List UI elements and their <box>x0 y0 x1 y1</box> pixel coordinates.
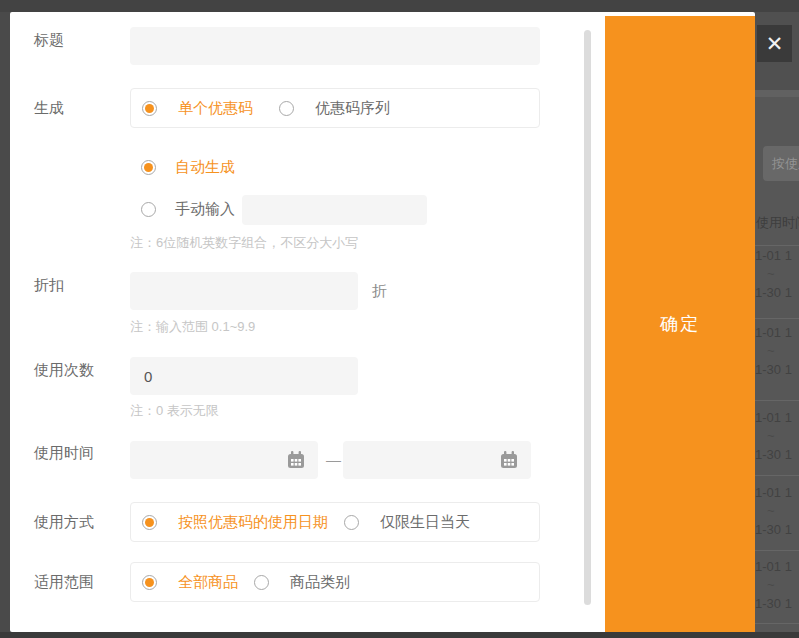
backdrop-top-strip <box>0 0 799 12</box>
radio-product-category-label[interactable]: 商品类别 <box>290 573 350 592</box>
title-label: 标题 <box>34 30 64 50</box>
radio-code-series[interactable] <box>279 101 294 116</box>
confirm-button[interactable]: 确定 <box>605 16 755 632</box>
end-date-input[interactable] <box>343 441 531 479</box>
table-row: 1-01 1 ~ 1-30 1 <box>755 246 799 302</box>
row-end-date: 1-30 1 <box>755 594 799 613</box>
radio-manual-input-label[interactable]: 手动输入 <box>175 200 235 219</box>
table-divider <box>755 623 799 624</box>
background-page-area: 按使用时间 使用时间 1-01 1 ~ 1-30 1 1-01 1 ~ 1-30… <box>755 12 799 632</box>
row-tilde: ~ <box>755 427 799 445</box>
row-tilde: ~ <box>755 342 799 360</box>
discount-suffix: 折 <box>372 281 387 301</box>
table-row: 1-01 1 ~ 1-30 1 <box>755 323 799 379</box>
backdrop-bottom-strip <box>0 632 799 638</box>
radio-single-code-label[interactable]: 单个优惠码 <box>178 99 253 118</box>
radio-manual-input[interactable] <box>141 202 156 217</box>
radio-code-series-label[interactable]: 优惠码序列 <box>315 99 390 118</box>
row-tilde: ~ <box>755 502 799 520</box>
background-filter-button[interactable]: 按使用时间 <box>763 146 799 181</box>
background-table-header: 使用时间 <box>756 214 799 232</box>
close-button[interactable]: ✕ <box>757 25 792 62</box>
usage-count-input[interactable] <box>130 357 358 395</box>
radio-birthday-only[interactable] <box>344 515 359 530</box>
radio-by-usage-date-label[interactable]: 按照优惠码的使用日期 <box>178 513 328 532</box>
title-input[interactable] <box>130 27 540 65</box>
usage-count-label: 使用次数 <box>34 360 94 380</box>
date-range-separator: — <box>324 450 343 470</box>
usage-method-radio-group: 按照优惠码的使用日期 仅限生日当天 <box>130 502 540 542</box>
radio-all-products-label[interactable]: 全部商品 <box>178 573 238 592</box>
coupon-dialog: 标题 生成 单个优惠码 优惠码序列 自动生成 手动输入 注：6位随机英数字组合，… <box>10 12 755 632</box>
discount-note: 注：输入范围 0.1~9.9 <box>130 318 255 336</box>
generate-radio-group: 单个优惠码 优惠码序列 <box>130 88 540 128</box>
radio-by-usage-date[interactable] <box>142 515 157 530</box>
row-tilde: ~ <box>755 576 799 594</box>
calendar-icon <box>499 450 519 470</box>
table-row: 1-01 1 ~ 1-30 1 <box>755 557 799 613</box>
row-start-date: 1-01 1 <box>755 323 799 342</box>
row-start-date: 1-01 1 <box>755 246 799 265</box>
table-divider <box>755 475 799 476</box>
close-icon: ✕ <box>766 32 784 56</box>
table-divider <box>755 318 799 319</box>
discount-input[interactable] <box>130 272 358 310</box>
radio-auto-generate[interactable] <box>141 160 156 175</box>
radio-auto-generate-label[interactable]: 自动生成 <box>175 158 235 177</box>
scope-label: 适用范围 <box>34 572 94 592</box>
row-end-date: 1-30 1 <box>755 283 799 302</box>
row-end-date: 1-30 1 <box>755 445 799 464</box>
generate-label: 生成 <box>34 98 64 118</box>
table-row: 1-01 1 ~ 1-30 1 <box>755 408 799 464</box>
start-date-input[interactable] <box>130 441 318 479</box>
table-row: 1-01 1 ~ 1-30 1 <box>755 483 799 539</box>
table-divider <box>755 400 799 401</box>
usage-count-note: 注：0 表示无限 <box>130 402 219 420</box>
radio-product-category[interactable] <box>254 575 269 590</box>
confirm-button-label: 确定 <box>660 312 700 336</box>
row-start-date: 1-01 1 <box>755 408 799 427</box>
table-divider <box>755 550 799 551</box>
radio-all-products[interactable] <box>142 575 157 590</box>
background-divider-band <box>755 90 799 97</box>
usage-method-label: 使用方式 <box>34 512 94 532</box>
row-end-date: 1-30 1 <box>755 360 799 379</box>
calendar-icon <box>286 450 306 470</box>
row-start-date: 1-01 1 <box>755 557 799 576</box>
modal-scrollbar[interactable] <box>584 30 591 605</box>
row-start-date: 1-01 1 <box>755 483 799 502</box>
scope-radio-group: 全部商品 商品类别 <box>130 562 540 602</box>
generate-note: 注：6位随机英数字组合，不区分大小写 <box>130 234 358 252</box>
discount-label: 折扣 <box>34 275 64 295</box>
row-tilde: ~ <box>755 265 799 283</box>
radio-single-code[interactable] <box>142 101 157 116</box>
radio-birthday-only-label[interactable]: 仅限生日当天 <box>380 513 470 532</box>
manual-code-input[interactable] <box>242 195 427 225</box>
row-end-date: 1-30 1 <box>755 520 799 539</box>
usage-time-label: 使用时间 <box>34 443 94 463</box>
